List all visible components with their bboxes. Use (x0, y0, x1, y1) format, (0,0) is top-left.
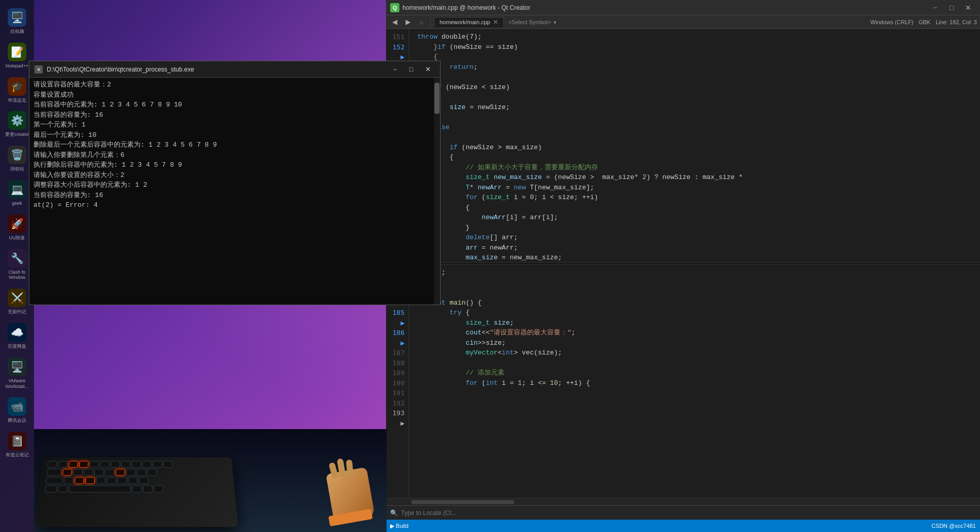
taskbar-label: 此电脑 (10, 29, 24, 34)
console-line: 当前容器的容量为: 16 (33, 190, 436, 201)
console-line: 容量设置成功 (33, 90, 436, 100)
console-line: 请设置容器的最大容量：2 (33, 80, 436, 90)
taskbar-label: 腾讯会议 (8, 418, 26, 423)
taskbar-item-trash[interactable]: 🗑️ 回收站 (2, 143, 32, 175)
console-line: 执行删除后容器中的元素为: 1 2 3 4 5 7 8 9 (33, 160, 436, 170)
taskbar-label: 百度网盘 (8, 344, 26, 349)
qt-close-button[interactable]: ✕ (960, 2, 976, 13)
taskbar-label: 华清远见 (8, 98, 26, 103)
console-window-controls: － □ ✕ (388, 64, 435, 75)
qt-status-build: ▶ Build (390, 523, 409, 529)
taskbar-item-clash[interactable]: 🔧 Clash fo Window (2, 246, 32, 284)
qt-statusbar: ▶ Build CSDN @xcc7481 (386, 520, 980, 532)
console-maximize-button[interactable]: □ (404, 64, 418, 75)
qt-minimize-button[interactable]: － (927, 2, 943, 13)
taskbar-item-huaqing[interactable]: 🎓 华清远见 (2, 74, 32, 107)
taskbar-item-youdao[interactable]: 📓 有道云笔记 (2, 429, 32, 461)
qt-charset: GBK (919, 19, 931, 25)
code-area-bottom[interactable]: }); int main() { try { size_t size; cout… (409, 264, 980, 498)
qt-status-info: CSDN @xcc7481 (932, 523, 976, 529)
console-body: 请设置容器的最大容量：2容量设置成功当前容器中的元素为: 1 2 3 4 5 6… (29, 78, 440, 305)
horizontal-scrollbar[interactable] (386, 498, 980, 505)
taskbar-label: VMware Workstati... (4, 378, 30, 389)
taskbar-item-my-computer[interactable]: 🖥️ 此电脑 (2, 5, 32, 38)
qt-encoding: Windows (CRLF) (870, 19, 914, 25)
taskbar-label: 有道云笔记 (6, 452, 29, 458)
taskbar-item-ygtcreator[interactable]: ⚙️ 要更creator (2, 108, 32, 140)
qt-file-tab-close[interactable]: ✕ (493, 19, 498, 26)
taskbar-item-wuqie[interactable]: ⚔️ 无契约记 (2, 286, 32, 318)
qt-back-button[interactable]: ◀ (389, 16, 400, 28)
qt-file-tab[interactable]: homework/main.cpp ✕ (434, 17, 504, 27)
taskbar-label: 回收站 (10, 166, 24, 172)
console-line: 调整容器大小后容器中的元素为: 1 2 (33, 180, 436, 190)
taskbar-item-uuacc[interactable]: 🚀 UU加速 (2, 211, 32, 244)
taskbar-item-tencent[interactable]: 📹 腾讯会议 (2, 394, 32, 427)
console-line: 删除最后一个元素后容器中的元素为: 1 2 3 4 5 6 7 8 9 (33, 140, 436, 150)
console-title: D:\Qt\Tools\QtCreator\bin\qtcreator_proc… (47, 66, 388, 73)
game-preview (34, 429, 387, 532)
taskbar-item-baidupan[interactable]: ☁️ 百度网盘 (2, 320, 32, 352)
console-line: 当前容器中的元素为: 1 2 3 4 5 6 7 8 9 10 (33, 100, 436, 110)
taskbar-label: geek (12, 201, 22, 206)
qt-file-tab-label: homework/main.cpp (440, 19, 490, 25)
console-line: 请输入你要删除第几个元素：6 (33, 150, 436, 161)
taskbar-label: 要更creator (5, 132, 29, 137)
code-area[interactable]: throw double(7); }if (newSize == size) {… (409, 29, 980, 262)
qt-editor-bottom: 182 ▶ 183 184 185 ▶ 186 ▶ 187 188 189 19… (386, 264, 980, 498)
console-app-icon: ■ (34, 65, 43, 74)
taskbar-label: 无契约记 (8, 309, 26, 315)
console-window: ■ D:\Qt\Tools\QtCreator\bin\qtcreator_pr… (29, 61, 441, 305)
qt-file-info: Windows (CRLF) GBK Line: 182, Col: 3 (870, 19, 977, 25)
console-titlebar: ■ D:\Qt\Tools\QtCreator\bin\qtcreator_pr… (29, 61, 440, 78)
taskbar-item-vmware[interactable]: 🖥️ VMware Workstati... (2, 354, 32, 393)
console-scrollbar[interactable] (434, 78, 440, 305)
qt-locate-input[interactable] (401, 509, 976, 517)
console-close-button[interactable]: ✕ (421, 64, 435, 75)
chevron-down-icon: ▼ (553, 20, 557, 25)
search-icon: 🔍 (390, 509, 398, 517)
qt-window-controls: － □ ✕ (927, 2, 976, 13)
taskbar-label: Notepad++ (6, 63, 29, 69)
qt-editor: 151 152 ▶ 153 154 (386, 29, 980, 262)
console-line: at(2) = Error: 4 (33, 200, 436, 210)
qt-maximize-button[interactable]: □ (944, 2, 959, 13)
taskbar-item-geek[interactable]: 💻 geek (2, 177, 32, 209)
qt-symbol-selector[interactable]: <Select Symbol> ▼ (508, 19, 557, 25)
qt-line-col: Line: 182, Col: 3 (936, 19, 977, 25)
console-line: 最后一个元素为: 10 (33, 130, 436, 140)
qt-creator-window: Q homework/main.cpp @ homework - Qt Crea… (386, 0, 980, 532)
console-minimize-button[interactable]: － (388, 64, 402, 75)
qt-locate-bar: 🔍 (386, 505, 980, 520)
qt-titlebar: Q homework/main.cpp @ homework - Qt Crea… (386, 0, 980, 15)
console-line: 第一个元素为: 1 (33, 120, 436, 130)
taskbar-label: UU加速 (9, 235, 25, 241)
console-line: 当前容器的容量为: 16 (33, 110, 436, 120)
qt-window-title: homework/main.cpp @ homework - Qt Creato… (402, 4, 927, 11)
console-line: 请输入你要设置的容器大小：2 (33, 170, 436, 181)
qt-forward-button[interactable]: ▶ (402, 16, 414, 28)
console-scrollthumb[interactable] (434, 83, 440, 114)
taskbar-label: Clash fo Window (4, 270, 30, 281)
desktop: 🖥️ 此电脑 📝 Notepad++ 🎓 华清远见 ⚙️ 要更creator 🗑… (0, 0, 980, 532)
qt-creator-icon: Q (390, 3, 399, 12)
qt-home-button[interactable]: ⌂ (416, 16, 427, 28)
horizontal-scrollthumb[interactable] (411, 500, 514, 504)
taskbar-item-notepad[interactable]: 📝 Notepad++ (2, 40, 32, 72)
qt-toolbar: ◀ ▶ ⌂ homework/main.cpp ✕ <Select Symbol… (386, 15, 980, 29)
